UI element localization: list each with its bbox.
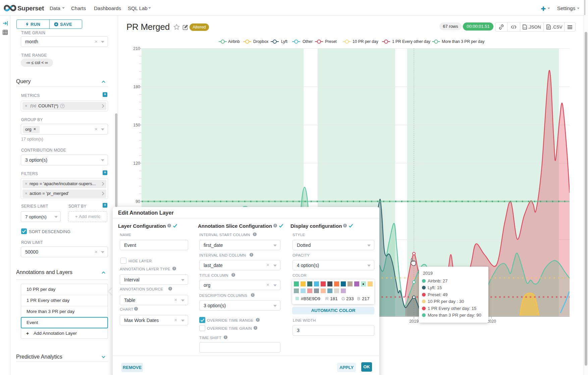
svg-text:2019: 2019 bbox=[409, 319, 419, 324]
svg-text:120: 120 bbox=[133, 161, 140, 166]
svg-text:150: 150 bbox=[133, 123, 140, 127]
svg-text:90: 90 bbox=[136, 199, 140, 204]
svg-text:180: 180 bbox=[133, 85, 140, 89]
svg-text:210: 210 bbox=[133, 46, 140, 51]
